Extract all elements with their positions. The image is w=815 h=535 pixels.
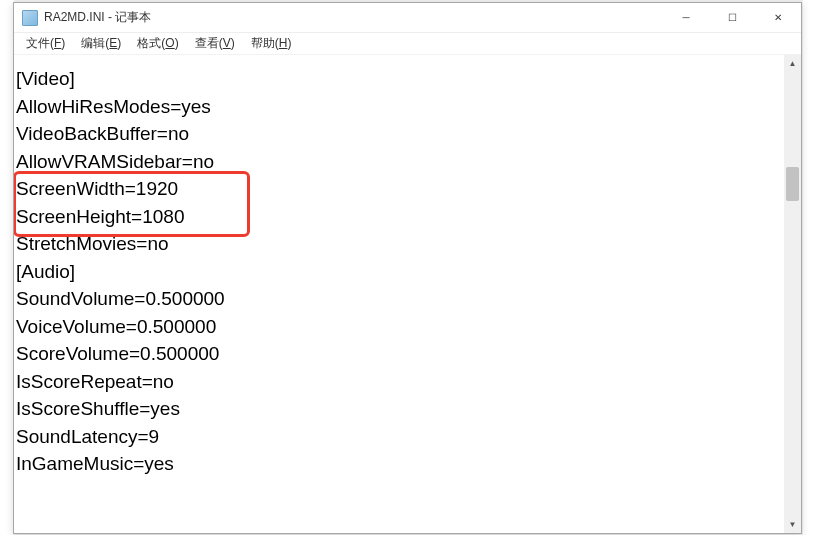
scroll-track[interactable] bbox=[784, 72, 801, 516]
menu-view[interactable]: 查看(V) bbox=[187, 33, 243, 54]
background-right-fragment bbox=[803, 0, 815, 535]
window-title: RA2MD.INI - 记事本 bbox=[44, 9, 663, 26]
titlebar[interactable]: RA2MD.INI - 记事本 ─ ☐ ✕ bbox=[14, 3, 801, 33]
menu-file[interactable]: 文件(F) bbox=[18, 33, 73, 54]
maximize-button[interactable]: ☐ bbox=[709, 3, 755, 33]
text-line: StretchMovies=no bbox=[16, 230, 782, 258]
menu-format[interactable]: 格式(O) bbox=[129, 33, 186, 54]
scroll-thumb[interactable] bbox=[786, 167, 799, 201]
text-line: SoundLatency=9 bbox=[16, 423, 782, 451]
text-line: SoundVolume=0.500000 bbox=[16, 285, 782, 313]
text-area[interactable]: [Video] AllowHiResModes=yes VideoBackBuf… bbox=[14, 55, 784, 533]
text-line: AllowHiResModes=yes bbox=[16, 93, 782, 121]
text-line: VoiceVolume=0.500000 bbox=[16, 313, 782, 341]
notepad-window: RA2MD.INI - 记事本 ─ ☐ ✕ 文件(F) 编辑(E) 格式(O) … bbox=[13, 2, 802, 534]
text-line: ScreenWidth=1920 bbox=[16, 175, 782, 203]
text-line: ScoreVolume=0.500000 bbox=[16, 340, 782, 368]
text-line: VideoBackBuffer=no bbox=[16, 120, 782, 148]
background-left-fragment bbox=[0, 0, 14, 535]
close-button[interactable]: ✕ bbox=[755, 3, 801, 33]
menubar: 文件(F) 编辑(E) 格式(O) 查看(V) 帮助(H) bbox=[14, 33, 801, 55]
scroll-down-button[interactable]: ▼ bbox=[784, 516, 801, 533]
text-line: [Audio] bbox=[16, 258, 782, 286]
text-line: IsScoreShuffle=yes bbox=[16, 395, 782, 423]
content-wrap: [Video] AllowHiResModes=yes VideoBackBuf… bbox=[14, 55, 801, 533]
text-line: AllowVRAMSidebar=no bbox=[16, 148, 782, 176]
text-line: InGameMusic=yes bbox=[16, 450, 782, 478]
text-line: ScreenHeight=1080 bbox=[16, 203, 782, 231]
text-line: [Video] bbox=[16, 65, 782, 93]
app-icon bbox=[22, 10, 38, 26]
vertical-scrollbar[interactable]: ▲ ▼ bbox=[784, 55, 801, 533]
menu-help[interactable]: 帮助(H) bbox=[243, 33, 300, 54]
text-line: IsScoreRepeat=no bbox=[16, 368, 782, 396]
scroll-up-button[interactable]: ▲ bbox=[784, 55, 801, 72]
minimize-button[interactable]: ─ bbox=[663, 3, 709, 33]
menu-edit[interactable]: 编辑(E) bbox=[73, 33, 129, 54]
